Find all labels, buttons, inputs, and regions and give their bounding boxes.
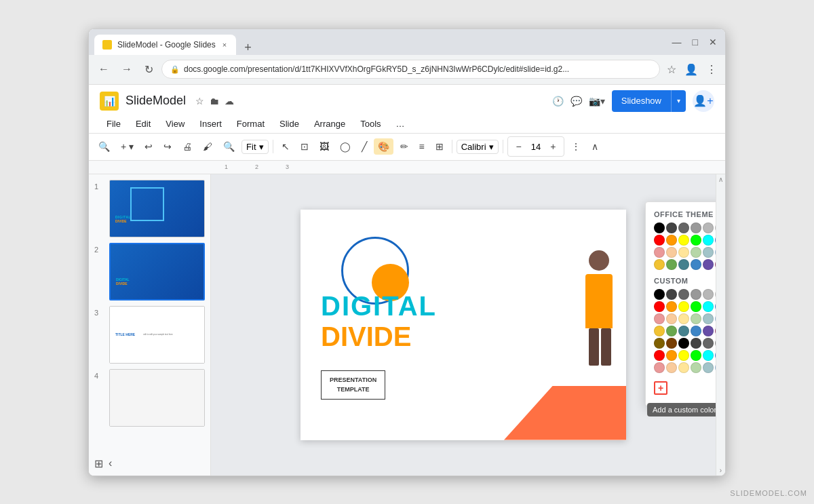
image-tool[interactable]: 🖼 (315, 138, 333, 155)
office-color-swatch[interactable] (715, 259, 716, 270)
profile-icon[interactable]: 👤 (682, 60, 701, 79)
office-color-swatch[interactable] (666, 222, 677, 233)
custom-color-swatch[interactable] (678, 338, 689, 349)
slide-thumb-2[interactable]: 2 DIGITAL DIVIDE (94, 243, 205, 301)
office-color-swatch[interactable] (703, 247, 714, 258)
pen-tool[interactable]: ✏ (396, 138, 412, 155)
custom-color-swatch[interactable] (678, 350, 689, 361)
line-tool[interactable]: ╱ (357, 138, 371, 155)
share-button[interactable]: 👤+ (693, 90, 714, 112)
grid-view-button[interactable]: ⊞ (94, 457, 103, 470)
office-color-swatch[interactable] (678, 222, 689, 233)
print-tool[interactable]: 🖨 (178, 138, 196, 155)
custom-color-swatch[interactable] (703, 362, 714, 373)
table-tool[interactable]: ⊞ (431, 138, 448, 155)
highlight-tool[interactable]: 🎨 (374, 138, 393, 155)
office-color-swatch[interactable] (691, 259, 701, 270)
menu-tools[interactable]: Tools (353, 116, 387, 132)
custom-color-swatch[interactable] (678, 301, 689, 312)
office-color-swatch[interactable] (654, 235, 665, 246)
refresh-button[interactable]: ↻ (140, 60, 157, 79)
slideshow-label[interactable]: Slideshow (612, 90, 672, 112)
menu-format[interactable]: Format (230, 116, 271, 132)
back-button[interactable]: ← (94, 60, 113, 78)
star-icon[interactable]: ☆ (195, 96, 204, 106)
redo-tool[interactable]: ↪ (159, 138, 176, 155)
drive-icon[interactable]: 🖿 (210, 96, 219, 106)
decrease-font-size[interactable]: − (512, 138, 526, 155)
office-color-swatch[interactable] (703, 222, 714, 233)
add-custom-color-button[interactable]: + (654, 381, 667, 395)
office-color-swatch[interactable] (654, 259, 665, 270)
new-tab-button[interactable]: + (240, 41, 256, 55)
office-color-swatch[interactable] (691, 222, 701, 233)
collapse-panel-button[interactable]: ‹ (109, 457, 112, 469)
custom-color-swatch[interactable] (691, 350, 701, 361)
slide-preview-1[interactable]: DIGITAL DIVIDE (109, 180, 205, 237)
office-color-swatch[interactable] (703, 259, 714, 270)
zoom-out-tool[interactable]: 🔍 (94, 138, 114, 155)
zoom-dropdown[interactable]: Fit ▾ (241, 140, 268, 154)
close-button[interactable]: ✕ (706, 35, 720, 49)
address-bar[interactable]: 🔒 docs.google.com/presentation/d/1tt7KHI… (161, 60, 660, 79)
office-color-swatch[interactable] (666, 235, 677, 246)
custom-color-swatch[interactable] (715, 301, 716, 312)
custom-color-swatch[interactable] (654, 301, 665, 312)
custom-color-swatch[interactable] (654, 362, 665, 373)
increase-font-size[interactable]: + (546, 138, 560, 155)
scroll-up-arrow[interactable]: ∧ (718, 176, 723, 183)
office-color-swatch[interactable] (678, 235, 689, 246)
maximize-button[interactable]: □ (690, 35, 701, 49)
office-color-swatch[interactable] (715, 247, 716, 258)
custom-color-swatch[interactable] (654, 326, 665, 336)
custom-color-swatch[interactable] (715, 338, 716, 349)
custom-color-swatch[interactable] (715, 350, 716, 361)
slide-canvas[interactable]: DIGITAL DIVIDE PRESENTATIONTEMPLATE (301, 210, 626, 440)
custom-color-swatch[interactable] (678, 326, 689, 336)
slideshow-button[interactable]: Slideshow ▾ (612, 90, 686, 112)
custom-color-swatch[interactable] (654, 338, 665, 349)
custom-color-swatch[interactable] (715, 313, 716, 324)
custom-color-swatch[interactable] (654, 350, 665, 361)
custom-color-swatch[interactable] (666, 289, 677, 300)
office-color-swatch[interactable] (703, 235, 714, 246)
custom-color-swatch[interactable] (691, 301, 701, 312)
slide-thumb-4[interactable]: 4 (94, 369, 205, 427)
custom-color-swatch[interactable] (703, 301, 714, 312)
font-selector[interactable]: Calibri ▾ (457, 140, 499, 154)
slide-preview-2[interactable]: DIGITAL DIVIDE (109, 243, 205, 301)
paint-format-tool[interactable]: 🖌 (199, 138, 216, 155)
office-color-swatch[interactable] (654, 222, 665, 233)
zoom-fit-tool[interactable]: 🔍 (219, 138, 239, 155)
add-custom-color-row[interactable]: + Add a custom color (654, 379, 716, 398)
tab-close-button[interactable]: × (221, 39, 228, 50)
custom-color-swatch[interactable] (703, 350, 714, 361)
custom-color-swatch[interactable] (666, 301, 677, 312)
custom-color-swatch[interactable] (654, 313, 665, 324)
custom-color-swatch[interactable] (654, 289, 665, 300)
custom-color-swatch[interactable] (666, 313, 677, 324)
office-color-swatch[interactable] (715, 235, 716, 246)
custom-color-swatch[interactable] (666, 326, 677, 336)
bookmark-icon[interactable]: ☆ (664, 60, 679, 79)
custom-color-swatch[interactable] (703, 289, 714, 300)
cloud-icon[interactable]: ☁ (225, 96, 234, 106)
custom-color-swatch[interactable] (691, 362, 701, 373)
forward-button[interactable]: → (117, 60, 136, 78)
office-color-swatch[interactable] (715, 222, 716, 233)
menu-view[interactable]: View (159, 116, 191, 132)
office-color-swatch[interactable] (678, 259, 689, 270)
custom-color-swatch[interactable] (703, 338, 714, 349)
slide-thumb-1[interactable]: 1 DIGITAL DIVIDE (94, 180, 205, 237)
more-options-tool[interactable]: ⋮ (567, 138, 585, 155)
select-tool[interactable]: ↖ (277, 138, 294, 155)
custom-color-swatch[interactable] (678, 313, 689, 324)
custom-color-swatch[interactable] (678, 289, 689, 300)
shape2-tool[interactable]: ◯ (336, 138, 355, 155)
slide-preview-3[interactable]: TITLE HERE edit to edit your sample text… (109, 306, 205, 364)
undo-tool[interactable]: ↩ (140, 138, 157, 155)
office-color-swatch[interactable] (654, 247, 665, 258)
zoom-level-tool[interactable]: + ▾ (117, 138, 138, 155)
history-icon[interactable]: 🕐 (552, 96, 564, 106)
comment-icon[interactable]: 💬 (570, 96, 582, 106)
